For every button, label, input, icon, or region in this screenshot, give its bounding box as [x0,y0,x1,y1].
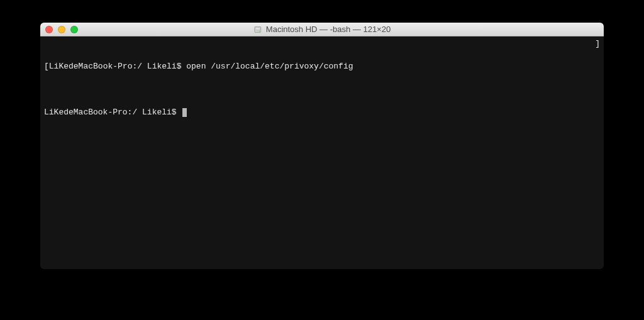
terminal-command: open /usr/local/etc/privoxy/config [186,62,353,71]
terminal-window: Macintosh HD — -bash — 121×20 [LiKedeMac… [40,23,604,269]
svg-rect-1 [255,28,260,30]
terminal-prompt: LiKedeMacBook-Pro:/ Likeli$ [44,108,181,117]
terminal-line: [LiKedeMacBook-Pro:/ Likeli$ open /usr/l… [44,61,600,72]
line-left-symbol: [ [44,62,49,71]
maximize-button[interactable] [70,26,78,33]
line-right-symbol: ] [595,38,600,50]
terminal-body[interactable]: [LiKedeMacBook-Pro:/ Likeli$ open /usr/l… [40,36,604,269]
terminal-line: LiKedeMacBook-Pro:/ Likeli$ [44,107,600,118]
traffic-lights [45,26,78,33]
minimize-button[interactable] [58,26,65,33]
svg-point-2 [259,31,260,31]
window-title-text: Macintosh HD — -bash — 121×20 [266,25,391,34]
disk-icon [253,25,262,34]
terminal-cursor [182,108,187,117]
close-button[interactable] [45,26,53,33]
terminal-prompt: LiKedeMacBook-Pro:/ Likeli$ [49,62,186,71]
window-titlebar[interactable]: Macintosh HD — -bash — 121×20 [40,23,604,36]
window-title: Macintosh HD — -bash — 121×20 [253,25,391,34]
